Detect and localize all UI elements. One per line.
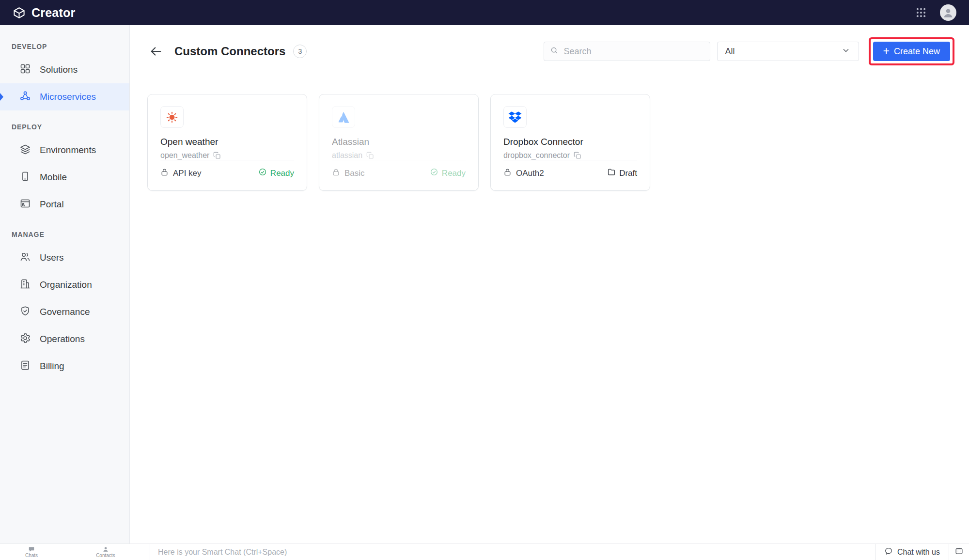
connector-slug: atlassian bbox=[332, 151, 362, 160]
section-label-develop: DEVELOP bbox=[12, 43, 129, 51]
create-new-button[interactable]: + Create New bbox=[873, 42, 950, 61]
copy-icon[interactable] bbox=[213, 152, 221, 159]
plus-icon: + bbox=[883, 46, 890, 57]
sidebar-item-label: Billing bbox=[40, 361, 64, 372]
governance-icon bbox=[19, 305, 31, 319]
sidebar-item-label: Mobile bbox=[40, 172, 67, 183]
lock-icon bbox=[160, 168, 169, 179]
auth-type: Basic bbox=[344, 169, 365, 178]
sidebar-item-environments[interactable]: Environments bbox=[0, 137, 129, 164]
connector-name: Open weather bbox=[160, 137, 294, 147]
section-label-deploy: DEPLOY bbox=[12, 123, 129, 132]
sidebar-item-label: Microservices bbox=[40, 92, 96, 102]
sidebar-item-microservices[interactable]: Microservices bbox=[0, 83, 129, 110]
portal-icon bbox=[19, 198, 31, 212]
sidebar-item-governance[interactable]: Governance bbox=[0, 298, 129, 326]
operations-icon bbox=[19, 332, 31, 346]
organization-icon bbox=[19, 278, 31, 292]
smart-chat-bar bbox=[150, 544, 875, 560]
connector-cards: Open weather open_weather API key Ready bbox=[147, 94, 969, 191]
mobile-icon bbox=[19, 171, 31, 185]
chat-bubble-icon bbox=[884, 547, 893, 558]
sidebar-item-mobile[interactable]: Mobile bbox=[0, 164, 129, 191]
auth-type: OAuth2 bbox=[516, 169, 544, 178]
chats-icon bbox=[28, 546, 35, 553]
lock-icon bbox=[503, 168, 512, 179]
microservices-icon bbox=[19, 90, 31, 104]
chat-with-us-button[interactable]: Chat with us bbox=[875, 544, 949, 560]
sidebar-item-users[interactable]: Users bbox=[0, 244, 129, 271]
connector-name: Dropbox Connector bbox=[503, 137, 637, 147]
chats-button[interactable]: Chats bbox=[25, 546, 38, 558]
copy-icon[interactable] bbox=[366, 152, 374, 159]
app-name: Creator bbox=[31, 6, 75, 20]
sidebar-item-organization[interactable]: Organization bbox=[0, 271, 129, 298]
section-label-manage: MANAGE bbox=[12, 231, 129, 239]
status-badge: Ready bbox=[270, 169, 294, 178]
top-bar: Creator bbox=[0, 0, 969, 25]
sidebar: DEVELOP Solutions Microservices DEPLOY E… bbox=[0, 25, 130, 544]
status-badge: Draft bbox=[619, 169, 637, 178]
solutions-icon bbox=[19, 63, 31, 77]
chat-with-us-label: Chat with us bbox=[897, 548, 940, 557]
status-badge: Ready bbox=[442, 169, 466, 178]
sidebar-item-billing[interactable]: Billing bbox=[0, 353, 129, 380]
openweather-icon bbox=[160, 106, 184, 128]
page-header: Custom Connectors 3 All + Create New bbox=[149, 39, 954, 64]
bottom-bar-left: Chats Contacts bbox=[0, 544, 150, 560]
connector-card-open-weather[interactable]: Open weather open_weather API key Ready bbox=[147, 94, 307, 191]
connector-slug: dropbox_connector bbox=[503, 151, 570, 160]
sidebar-item-label: Governance bbox=[40, 307, 90, 317]
chevron-down-icon bbox=[841, 46, 851, 58]
contacts-button[interactable]: Contacts bbox=[96, 546, 115, 558]
dropbox-icon bbox=[503, 106, 527, 128]
sidebar-item-label: Solutions bbox=[40, 64, 78, 75]
assistant-button[interactable] bbox=[949, 544, 969, 560]
connector-card-dropbox[interactable]: Dropbox Connector dropbox_connector OAut… bbox=[490, 94, 650, 191]
billing-icon bbox=[19, 359, 31, 373]
filter-value: All bbox=[725, 47, 735, 57]
main-content: Custom Connectors 3 All + Create New bbox=[130, 25, 969, 544]
assistant-icon bbox=[954, 546, 964, 558]
back-arrow-icon[interactable] bbox=[149, 45, 163, 58]
create-new-label: Create New bbox=[894, 47, 940, 57]
environments-icon bbox=[19, 143, 31, 157]
connector-slug: open_weather bbox=[160, 151, 209, 160]
lock-icon bbox=[332, 168, 340, 179]
users-icon bbox=[19, 251, 31, 265]
sidebar-item-label: Organization bbox=[40, 280, 92, 290]
auth-type: API key bbox=[173, 169, 202, 178]
apps-grid-icon[interactable] bbox=[916, 7, 926, 18]
chats-label: Chats bbox=[25, 553, 38, 558]
bottom-bar: Chats Contacts Chat with us bbox=[0, 544, 969, 560]
creator-logo[interactable]: Creator bbox=[13, 6, 75, 20]
sidebar-item-solutions[interactable]: Solutions bbox=[0, 56, 129, 83]
connector-card-atlassian[interactable]: Atlassian atlassian Basic Ready bbox=[319, 94, 479, 191]
sidebar-item-label: Portal bbox=[40, 199, 64, 210]
user-avatar[interactable] bbox=[940, 4, 956, 21]
atlassian-icon bbox=[332, 106, 355, 128]
copy-icon[interactable] bbox=[574, 152, 581, 159]
filter-dropdown[interactable]: All bbox=[717, 42, 859, 61]
sidebar-item-portal[interactable]: Portal bbox=[0, 191, 129, 218]
connector-name: Atlassian bbox=[332, 137, 466, 147]
connector-count-badge: 3 bbox=[293, 45, 307, 58]
smart-chat-input[interactable] bbox=[157, 547, 875, 557]
annotation-highlight: + Create New bbox=[869, 37, 954, 65]
contacts-icon bbox=[102, 546, 109, 553]
page-title: Custom Connectors bbox=[174, 45, 285, 58]
check-circle-icon bbox=[258, 168, 267, 179]
sidebar-item-label: Environments bbox=[40, 145, 96, 156]
sidebar-item-label: Users bbox=[40, 252, 64, 263]
creator-logo-icon bbox=[13, 6, 26, 19]
sidebar-item-operations[interactable]: Operations bbox=[0, 326, 129, 353]
folder-icon bbox=[607, 168, 616, 179]
search-icon bbox=[550, 46, 559, 57]
search-box bbox=[544, 42, 710, 61]
search-input[interactable] bbox=[563, 46, 704, 57]
contacts-label: Contacts bbox=[96, 553, 115, 558]
check-circle-icon bbox=[430, 168, 438, 179]
sidebar-item-label: Operations bbox=[40, 334, 85, 344]
